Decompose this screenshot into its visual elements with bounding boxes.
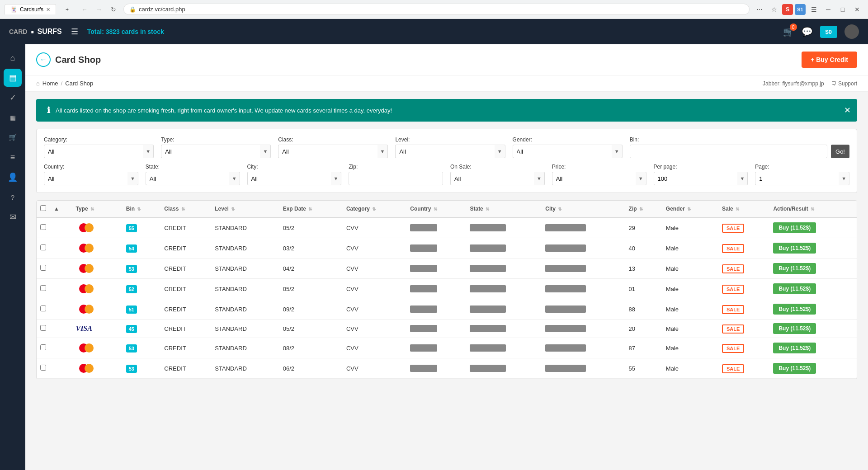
expdate-col-th[interactable]: Exp Date ⇅	[279, 201, 343, 217]
row-checkbox[interactable]	[40, 344, 46, 350]
sidebar-item-shop[interactable]: ▤	[4, 69, 22, 87]
tab-close-btn[interactable]: ✕	[46, 7, 50, 13]
chat-btn[interactable]: 💬	[802, 26, 813, 37]
city-input[interactable]	[247, 172, 331, 185]
user-avatar[interactable]	[844, 24, 859, 39]
class-col-th[interactable]: Class ⇅	[160, 201, 211, 217]
class-input[interactable]	[278, 145, 377, 158]
price-input[interactable]	[552, 172, 636, 185]
sidebar-item-mail[interactable]: ✉	[4, 208, 22, 226]
perpage-input[interactable]	[654, 172, 737, 185]
bin-input[interactable]	[630, 145, 827, 158]
buy-card-btn[interactable]: Buy (11.52$)	[773, 243, 816, 254]
class-input-wrap: ▼	[278, 145, 388, 158]
sidebar-item-home[interactable]: ⌂	[4, 49, 22, 67]
close-window-btn[interactable]: ✕	[851, 3, 863, 16]
country-blurred	[410, 365, 437, 372]
sidebar-item-chart[interactable]: ▦	[4, 108, 22, 127]
row-checkbox[interactable]	[40, 285, 46, 291]
type-input[interactable]	[161, 145, 260, 158]
city-col-th[interactable]: City ⇅	[542, 201, 625, 217]
support-link[interactable]: 🗨 Support	[831, 80, 857, 87]
gender-col-th[interactable]: Gender ⇅	[662, 201, 718, 217]
zip-col-th[interactable]: Zip ⇅	[625, 201, 662, 217]
exp-date-cell: 06/2	[279, 358, 343, 379]
address-bar[interactable]: 🔒 cardz.vc/card.php	[123, 4, 750, 15]
category-dropdown-btn[interactable]: ▼	[143, 145, 154, 158]
sidebar-item-cart[interactable]: 🛒	[4, 128, 22, 146]
page-input[interactable]	[755, 172, 839, 185]
price-dropdown-btn[interactable]: ▼	[636, 172, 646, 185]
state-col-th[interactable]: State ⇅	[466, 201, 542, 217]
state-input[interactable]	[146, 172, 229, 185]
select-all-th[interactable]	[37, 201, 50, 217]
buy-credit-btn[interactable]: + Buy Credit	[802, 52, 857, 68]
row-checkbox[interactable]	[40, 224, 46, 230]
sidebar-item-list[interactable]: ≡	[4, 148, 22, 166]
page-dropdown-btn[interactable]: ▼	[839, 172, 849, 185]
sync-icon[interactable]: S	[782, 4, 793, 15]
banner-close-btn[interactable]: ✕	[844, 105, 851, 115]
extensions-btn[interactable]: ⋯	[753, 3, 766, 16]
row-checkbox[interactable]	[40, 365, 46, 371]
onsale-input[interactable]	[450, 172, 534, 185]
category-col-th[interactable]: Category ⇅	[343, 201, 406, 217]
select-all-checkbox[interactable]	[40, 205, 46, 211]
zip-input[interactable]	[349, 172, 443, 185]
menu-btn[interactable]: ☰	[807, 3, 820, 16]
reload-btn[interactable]: ↻	[107, 3, 120, 16]
onsale-dropdown-btn[interactable]: ▼	[534, 172, 545, 185]
buy-card-btn[interactable]: Buy (11.52$)	[773, 263, 816, 274]
sale-col-th[interactable]: Sale ⇅	[718, 201, 770, 217]
minimize-btn[interactable]: ─	[822, 3, 835, 16]
bin-col-th[interactable]: Bin ⇅	[123, 201, 161, 217]
sort-col-th[interactable]: ▲	[50, 201, 72, 217]
buy-card-btn[interactable]: Buy (11.52$)	[773, 343, 816, 353]
type-col-th[interactable]: Type ⇅	[72, 201, 122, 217]
back-btn[interactable]: ←	[78, 3, 91, 16]
level-dropdown-btn[interactable]: ▼	[495, 145, 505, 158]
category-cell: CVV	[343, 258, 406, 279]
breadcrumb-home[interactable]: Home	[42, 80, 58, 87]
buy-card-btn[interactable]: Buy (11.52$)	[773, 222, 816, 233]
hamburger-btn[interactable]: ☰	[71, 27, 78, 37]
sidebar-item-help[interactable]: ?	[4, 188, 22, 206]
buy-card-btn[interactable]: Buy (11.52$)	[773, 304, 816, 315]
cart-btn[interactable]: 🛒 0	[783, 26, 794, 37]
bin-cell: 54	[123, 238, 161, 258]
bookmark-btn[interactable]: ☆	[768, 3, 780, 16]
category-input[interactable]	[44, 145, 143, 158]
country-input[interactable]	[44, 172, 127, 185]
type-dropdown-btn[interactable]: ▼	[260, 145, 271, 158]
forward-btn[interactable]: →	[93, 3, 105, 16]
country-col-th[interactable]: Country ⇅	[406, 201, 466, 217]
balance-btn[interactable]: $0	[820, 26, 837, 38]
action-col-th[interactable]: Action/Result ⇅	[769, 201, 857, 217]
sidebar-item-person[interactable]: 👤	[4, 168, 22, 186]
level-cell: STANDARD	[211, 358, 279, 379]
country-dropdown-btn[interactable]: ▼	[127, 172, 138, 185]
info-banner-text: All cards listed on the shop are smoking…	[56, 107, 846, 114]
perpage-dropdown-btn[interactable]: ▼	[737, 172, 748, 185]
row-checkbox[interactable]	[40, 265, 46, 271]
level-col-th[interactable]: Level ⇅	[211, 201, 279, 217]
sidebar-item-check[interactable]: ✓	[4, 89, 22, 107]
buy-card-btn[interactable]: Buy (11.52$)	[773, 323, 816, 334]
maximize-btn[interactable]: □	[836, 3, 849, 16]
state-dropdown-btn[interactable]: ▼	[229, 172, 240, 185]
level-input[interactable]	[395, 145, 494, 158]
gender-dropdown-btn[interactable]: ▼	[612, 145, 623, 158]
row-checkbox[interactable]	[40, 244, 46, 250]
browser-tab[interactable]: 🃏 Cardsurfs ✕	[5, 4, 56, 14]
row-checkbox[interactable]	[40, 325, 46, 331]
gender-input[interactable]	[513, 145, 612, 158]
row-checkbox[interactable]	[40, 306, 46, 311]
new-tab-btn[interactable]: +	[60, 4, 75, 14]
buy-card-btn[interactable]: Buy (11.52$)	[773, 363, 816, 374]
extension-icon[interactable]: S1	[795, 4, 806, 15]
back-page-btn[interactable]: ←	[36, 52, 51, 67]
city-dropdown-btn[interactable]: ▼	[331, 172, 342, 185]
go-btn[interactable]: Go!	[831, 145, 849, 158]
class-dropdown-btn[interactable]: ▼	[377, 145, 388, 158]
buy-card-btn[interactable]: Buy (11.52$)	[773, 283, 816, 294]
